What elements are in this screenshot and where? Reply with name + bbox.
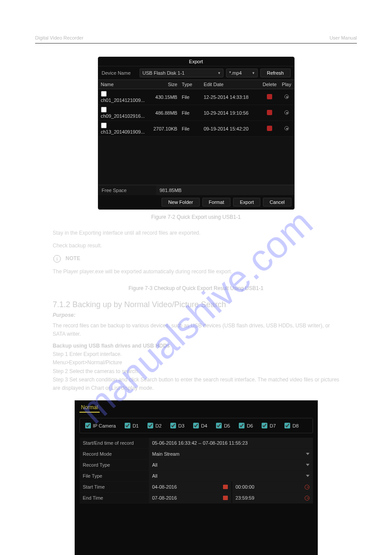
play-icon[interactable] [284,110,289,115]
free-space-label: Free Space [98,185,156,195]
trash-icon[interactable] [267,126,272,131]
end-date-input[interactable]: 07-08-2016 [149,493,231,503]
chevron-down-icon: ▾ [252,71,255,75]
ip-camera-label: IP Camera [93,423,116,428]
record-mode-label: Record Mode [79,449,149,459]
cam-d5[interactable]: D5 [216,423,230,428]
calendar-icon[interactable] [223,496,228,500]
text-line-2: Check backup result. [53,242,339,250]
checkbox[interactable] [262,423,267,428]
record-type-select[interactable]: All [149,460,313,470]
note-icon: i [53,254,61,263]
checkbox[interactable] [284,423,290,428]
doc-header-model: Digital Video Recorder [35,35,83,40]
start-end-label: Start/End time of record [79,438,149,448]
row-checkbox[interactable] [101,123,107,128]
col-play: Play [279,80,294,89]
refresh-button[interactable]: Refresh [260,69,291,77]
extension-select[interactable]: *.mp4 ▾ [226,69,258,77]
cam-d8[interactable]: D8 [284,423,298,428]
file-size: 430.15MB [151,89,179,105]
free-space-value: 981.85MB [156,185,294,195]
col-edit: Edit Date [201,80,260,89]
file-type-label: File Type [79,471,149,481]
format-button[interactable]: Format [202,198,231,207]
file-name: ch09_2014102916... [101,113,145,119]
doc-header-manual: User Manual [330,35,357,40]
figure-caption-1: Figure 7-2 Quick Export using USB1-1 [35,214,357,220]
trash-icon[interactable] [267,110,272,115]
start-time-label: Start Time [79,482,149,492]
checkbox[interactable] [85,423,91,428]
cam-d1[interactable]: D1 [125,423,139,428]
checkbox[interactable] [125,423,130,428]
row-checkbox[interactable] [101,107,107,112]
col-delete: Delete [260,80,279,89]
row-checkbox[interactable] [101,91,107,97]
export-button[interactable]: Export [233,198,260,207]
record-mode-select[interactable]: Main Stream [149,449,313,459]
chevron-down-icon: ▾ [218,71,220,75]
play-icon[interactable] [284,94,289,99]
step-3: Step 3 Set search condition and click Se… [53,376,339,392]
trash-icon[interactable] [267,94,272,99]
step-2: Step 2 Select the cameras to search. [53,367,339,376]
cam-d3[interactable]: D3 [170,423,184,428]
backup-heading: Backup using USB flash drives and USB HD… [53,342,339,350]
normal-body-spacer [75,504,317,555]
file-size: 2707.10KB [151,121,179,137]
extension-select-value: *.mp4 [229,70,242,76]
device-name-label: Device Name [102,70,137,76]
cancel-button[interactable]: Cancel [263,198,291,207]
start-time-input[interactable]: 00:00:00 [232,482,313,492]
file-size: 486.88MB [151,105,179,121]
play-icon[interactable] [284,126,289,131]
cam-d2[interactable]: D2 [147,423,162,428]
svg-text:i: i [57,256,58,261]
table-row[interactable]: ch01_2014121009... 430.15MB File 12-25-2… [98,89,294,105]
clock-icon[interactable] [305,485,309,490]
checkbox[interactable] [216,423,222,428]
file-edit: 10-29-2014 19:10:56 [201,105,260,121]
cam-d6[interactable]: D6 [239,423,253,428]
file-list-empty-area [98,137,294,185]
calendar-icon[interactable] [223,485,228,489]
file-type-select[interactable]: All [149,471,313,481]
end-time-label: End Time [79,493,149,503]
record-type-label: Record Type [79,460,149,470]
file-name: ch13_2014091909... [101,129,145,134]
doc-text-block: Stay in the Exporting interface until al… [53,229,339,276]
file-table: Name Size Type Edit Date Delete Play ch0… [98,80,294,137]
header-divider [35,43,357,44]
file-edit: 12-25-2014 14:33:18 [201,89,260,105]
tab-normal[interactable]: Normal [79,403,100,413]
text-line-1: Stay in the Exporting interface until al… [53,229,339,237]
export-title: Export [98,57,294,66]
file-type: File [179,121,201,137]
note-body: The Player player.exe will be exported a… [53,268,339,276]
start-date-input[interactable]: 04-08-2016 [149,482,231,492]
start-end-value: 05-06-2016 16:33:42 -- 07-08-2016 11:55:… [149,438,313,448]
clock-icon[interactable] [305,496,309,501]
figure-caption-2: Figure 7-3 Checkup of Quick Export Resul… [35,285,357,291]
end-time-input[interactable]: 23:59:59 [232,493,313,503]
col-name: Name [98,80,151,89]
step-1b: Menu>Export>Normal/Picture [53,359,339,367]
ip-camera-checkbox[interactable]: IP Camera [85,423,116,428]
new-folder-button[interactable]: New Folder [162,198,199,207]
export-window: Export Device Name USB Flash Disk 1-1 ▾ … [98,57,295,210]
checkbox[interactable] [239,423,245,428]
table-row[interactable]: ch09_2014102916... 486.88MB File 10-29-2… [98,105,294,121]
col-size: Size [151,80,179,89]
table-row[interactable]: ch13_2014091909... 2707.10KB File 09-19-… [98,121,294,137]
camera-row: IP Camera D1 D2 D3 D4 D5 D6 D7 D8 [79,418,313,433]
normal-search-window: Normal IP Camera D1 D2 D3 D4 D5 D6 D7 D8… [75,400,318,555]
note-title: NOTE [65,256,80,262]
cam-d7[interactable]: D7 [262,423,276,428]
checkbox[interactable] [147,423,153,428]
cam-d4[interactable]: D4 [193,423,207,428]
checkbox[interactable] [170,423,176,428]
checkbox[interactable] [193,423,199,428]
device-select[interactable]: USB Flash Disk 1-1 ▾ [140,69,223,77]
file-type: File [179,89,201,105]
